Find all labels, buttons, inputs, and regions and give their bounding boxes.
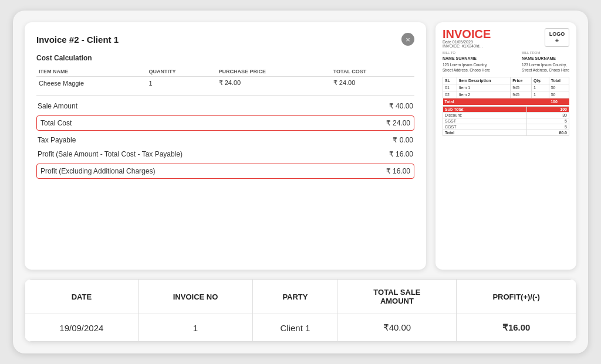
inv-top: INVOICE Date 01/05/2029 INVOICE: #1X240\…: [443, 28, 569, 48]
inv-qty: 1: [531, 91, 549, 98]
total-cost-row: Total Cost ₹ 24.00: [36, 115, 414, 131]
col-purchase-price: PURCHASE PRICE: [217, 67, 331, 77]
inv-total: 50: [549, 91, 569, 98]
table-row: Cheese Maggie 1 ₹ 24.00 ₹ 24.00: [36, 77, 414, 90]
final-total-value: 80.0: [526, 130, 569, 136]
profit-excl-label: Profit (Excluding Additional Charges): [40, 167, 155, 175]
bill-from-name: NAME SURNAME: [522, 56, 569, 62]
th-invoice-no: INVOICE NO: [138, 280, 253, 314]
sale-amount-label: Sale Amount: [38, 102, 77, 110]
profit-excl-row: Profit (Excluding Additional Charges) ₹ …: [36, 164, 414, 179]
discount-value: 30: [526, 113, 569, 118]
inv-total-label: Total: [443, 98, 549, 106]
modal-header: Invoice #2 - Client 1 ×: [36, 33, 414, 46]
divider-1: [36, 95, 414, 96]
col-quantity: QUANTITY: [147, 67, 217, 77]
date-label: Date: [443, 40, 451, 44]
inv-col-total: Total: [549, 77, 569, 84]
bottom-table-container: DATE INVOICE NO PARTY TOTAL SALEAMOUNT P…: [25, 279, 576, 342]
inv-date: Date 01/05/2029: [443, 40, 491, 44]
inv-col-sl: SL: [443, 77, 457, 84]
row-profit: ₹16.00: [457, 314, 576, 342]
th-date: DATE: [25, 280, 139, 314]
date-value: 01/05/2029: [453, 40, 473, 44]
discount-row: Discount: 30: [443, 113, 569, 118]
bill-to-addr2: Street Address, Choos Here: [443, 67, 490, 73]
modal-title: Invoice #2 - Client 1: [36, 35, 119, 45]
inv-summary-table: Sub Total: 100 Discount: 30 SGST 5 CGST …: [443, 106, 569, 136]
th-profit: PROFIT(+)/(-): [457, 280, 576, 314]
sub-total-label: Sub Total:: [443, 107, 527, 113]
inv-title: INVOICE: [443, 28, 491, 40]
profit-row: Profit (Sale Amount - Total Cost - Tax P…: [36, 147, 414, 161]
inv-col-desc: Item Description: [457, 77, 511, 84]
sub-total-value: 100: [526, 107, 569, 113]
row-date: 19/09/2024: [25, 314, 139, 342]
sale-amount-row: Sale Amount ₹ 40.00: [36, 99, 414, 113]
sale-amount-value: ₹ 40.00: [389, 102, 413, 110]
bill-to-name: NAME SURNAME: [443, 56, 490, 62]
invoice-modal: Invoice #2 - Client 1 × Cost Calculation…: [25, 22, 426, 270]
inv-total-value: 100: [549, 98, 569, 106]
bill-from-label: BILL FROM: [522, 50, 569, 56]
final-total-label: Total: [443, 130, 527, 136]
th-total-sale: TOTAL SALEAMOUNT: [337, 280, 457, 314]
inv-col-qty: Qty.: [531, 77, 549, 84]
logo-box: LOGO +: [545, 28, 569, 47]
inv-total-row: Total 100: [443, 98, 569, 106]
bill-from-col: BILL FROM NAME SURNAME 123 Lorem Ipsum C…: [522, 50, 569, 73]
table-row: 19/09/2024 1 Client 1 ₹40.00 ₹16.00: [25, 314, 576, 342]
inv-total: 50: [549, 84, 569, 91]
inv-title-block: INVOICE Date 01/05/2029 INVOICE: #1X240\…: [443, 28, 491, 48]
discount-label: Discount:: [443, 113, 527, 118]
bill-to-col: BILL TO NAME SURNAME 123 Lorem Ipsum Cou…: [443, 50, 490, 73]
final-total-row: Total 80.0: [443, 130, 569, 136]
total-cost-label: Total Cost: [40, 119, 72, 127]
outer-card: Invoice #2 - Client 1 × Cost Calculation…: [13, 11, 588, 353]
inv-bill-row: BILL TO NAME SURNAME 123 Lorem Ipsum Cou…: [443, 50, 569, 73]
cgst-row: CGST 5: [443, 124, 569, 130]
bill-to-addr1: 123 Lorem Ipsum Country,: [443, 62, 490, 68]
col-total-cost: TOTAL COST: [331, 67, 414, 77]
total-cost-value: ₹ 24.00: [386, 119, 410, 127]
tax-payable-label: Tax Payable: [38, 136, 76, 144]
top-row: Invoice #2 - Client 1 × Cost Calculation…: [25, 22, 576, 270]
inv-desc: Item 1: [457, 84, 511, 91]
sgst-value: 5: [526, 118, 569, 124]
bill-to-label: BILL TO: [443, 50, 490, 56]
row-total-sale: ₹40.00: [337, 314, 457, 342]
row-party: Client 1: [253, 314, 337, 342]
logo-plus: +: [555, 37, 559, 44]
logo-text: LOGO: [549, 31, 565, 37]
profit-label: Profit (Sale Amount - Total Cost - Tax P…: [38, 150, 183, 158]
item-name: Cheese Maggie: [36, 77, 147, 90]
row-invoice-no: 1: [138, 314, 253, 342]
bottom-table: DATE INVOICE NO PARTY TOTAL SALEAMOUNT P…: [25, 279, 576, 342]
item-qty: 1: [147, 77, 217, 90]
cgst-value: 5: [526, 124, 569, 130]
item-total-cost: ₹ 24.00: [331, 77, 414, 90]
inv-qty: 1: [531, 84, 549, 91]
inv-col-price: Price: [511, 77, 532, 84]
bill-from-addr2: Street Address, Choos Here: [522, 67, 569, 73]
inv-sl: 02: [443, 91, 457, 98]
tax-payable-value: ₹ 0.00: [393, 136, 413, 144]
invoice-preview: INVOICE Date 01/05/2029 INVOICE: #1X240\…: [435, 22, 576, 270]
tax-payable-row: Tax Payable ₹ 0.00: [36, 133, 414, 147]
cgst-label: CGST: [443, 124, 527, 130]
close-button[interactable]: ×: [401, 33, 414, 46]
th-party: PARTY: [253, 280, 337, 314]
inv-items-table: SL Item Description Price Qty. Total 01 …: [443, 77, 569, 105]
inv-sl: 01: [443, 84, 457, 91]
inv-price: 945: [511, 91, 532, 98]
sgst-row: SGST 5: [443, 118, 569, 124]
sub-total-row: Sub Total: 100: [443, 107, 569, 113]
inv-no: INVOICE: #1X240\d...: [443, 44, 491, 48]
profit-excl-value: ₹ 16.00: [386, 167, 410, 175]
bill-from-addr1: 123 Lorem Ipsum Country,: [522, 62, 569, 68]
sgst-label: SGST: [443, 118, 527, 124]
item-purchase-price: ₹ 24.00: [217, 77, 331, 90]
profit-value: ₹ 16.00: [389, 150, 413, 158]
inv-desc: Item 2: [457, 91, 511, 98]
cost-table: ITEM NAME QUANTITY PURCHASE PRICE TOTAL …: [36, 67, 414, 89]
